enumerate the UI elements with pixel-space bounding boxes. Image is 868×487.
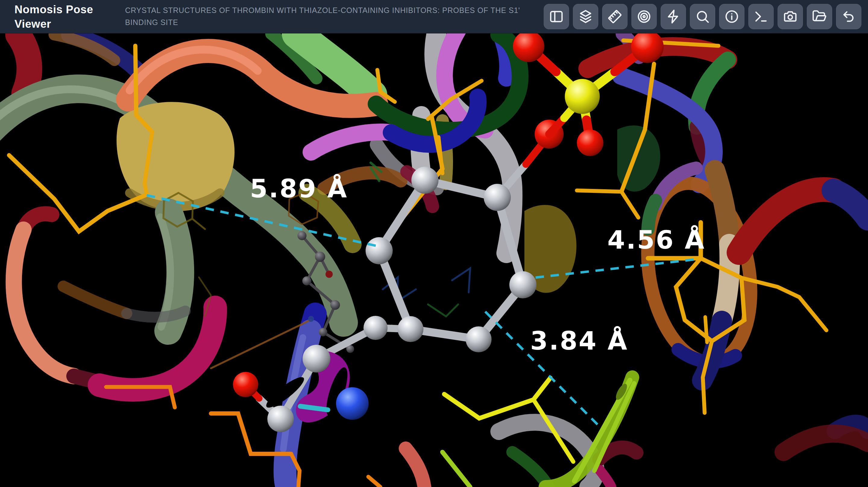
folder-open-icon	[812, 9, 827, 24]
sulfur-atom	[565, 79, 600, 114]
measurement-label-3: 3.84 Å	[530, 326, 628, 356]
zap-icon	[666, 9, 681, 24]
focus-target-button[interactable]	[631, 4, 657, 29]
info-button[interactable]	[719, 4, 744, 29]
panel-left-icon	[549, 9, 564, 24]
ligand-oxygen-atom	[233, 372, 258, 397]
search-icon	[695, 9, 710, 24]
app-title-line1: Nomosis Pose	[14, 2, 93, 17]
sulfate-oxygen-atom	[577, 129, 603, 156]
quick-actions-button[interactable]	[661, 4, 686, 29]
terminal-icon	[753, 9, 769, 24]
screenshot-button[interactable]	[778, 4, 803, 29]
panel-toggle-button[interactable]	[544, 4, 569, 29]
camera-icon	[783, 9, 798, 24]
app-window: Nomosis Pose Viewer CRYSTAL STRUCTURES O…	[0, 0, 868, 487]
molecule-scene: 5.89 Å 4.56 Å 3.84 Å	[0, 33, 868, 487]
structure-title-line2: BINDING SITE	[125, 16, 520, 28]
undo-button[interactable]	[836, 4, 861, 29]
info-icon	[724, 9, 739, 24]
layers-button[interactable]	[573, 4, 598, 29]
header-bar: Nomosis Pose Viewer CRYSTAL STRUCTURES O…	[0, 0, 868, 33]
console-button[interactable]	[748, 4, 774, 29]
measure-button[interactable]	[602, 4, 627, 29]
measurement-label-1: 5.89 Å	[250, 174, 348, 204]
structure-title: CRYSTAL STRUCTURES OF THROMBIN WITH THIA…	[125, 4, 520, 28]
open-file-button[interactable]	[807, 4, 832, 29]
app-title: Nomosis Pose Viewer	[14, 2, 93, 31]
molecular-viewport[interactable]: 5.89 Å 4.56 Å 3.84 Å	[0, 33, 868, 487]
app-title-line2: Viewer	[14, 17, 93, 31]
undo-icon	[841, 9, 856, 24]
ruler-icon	[607, 9, 622, 24]
ligand-nitrogen-atom	[336, 387, 369, 420]
toolbar	[544, 4, 861, 29]
layers-icon	[578, 9, 593, 24]
structure-title-line1: CRYSTAL STRUCTURES OF THROMBIN WITH THIA…	[125, 4, 520, 16]
target-icon	[637, 9, 652, 24]
search-button[interactable]	[690, 4, 715, 29]
measurement-label-2: 4.56 Å	[607, 225, 706, 255]
